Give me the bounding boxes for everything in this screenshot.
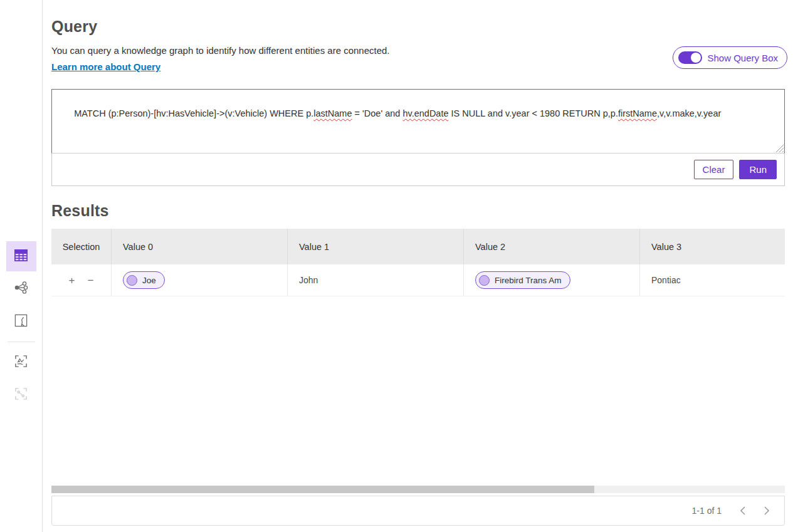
table-body: +−JoeJohnFirebird Trans AmPontiac [51,264,785,296]
next-page-button[interactable] [759,503,774,518]
map-view-button[interactable] [6,306,36,336]
table-icon [14,248,28,265]
chevron-right-icon [764,506,770,515]
entity-icon [479,275,490,286]
query-page: Query You can query a knowledge graph to… [43,0,793,532]
clear-button[interactable]: Clear [694,160,734,179]
new-map-from-result-button[interactable] [6,347,36,377]
table-empty-area [51,296,785,486]
query-text: MATCH (p:Person)-[hv:HasVehicle]->(v:Veh… [74,108,721,118]
query-token: = 'Doe' and [352,108,403,118]
run-button[interactable]: Run [739,160,777,179]
page-title: Query [51,18,787,36]
remove-from-selection-button[interactable]: − [88,275,94,286]
entity-label: Joe [142,276,156,285]
entity-icon [127,275,137,286]
value-cell: Firebird Trans Am [464,264,640,296]
table-row: +−JoeJohnFirebird Trans AmPontiac [51,264,785,296]
query-token: ,v,v.make,v.year [657,108,721,118]
table-header-row: SelectionValue 0Value 1Value 2Value 3 [51,229,785,264]
table-view-button[interactable] [6,241,36,271]
query-token-misspelled: lastName [313,108,352,118]
learn-more-link[interactable]: Learn more about Query [51,61,160,72]
entity-chip[interactable]: Firebird Trans Am [475,271,570,289]
scrollbar-thumb[interactable] [51,486,594,493]
query-token-misspelled: firstName [618,108,657,118]
value-cell: John [288,264,464,296]
column-header: Value 3 [640,229,785,264]
query-token-misspelled: hv.endDate [402,108,448,118]
add-to-selection-button[interactable]: + [69,275,75,286]
view-switcher-rail [0,0,43,532]
toggle-switch-icon[interactable] [678,51,702,64]
column-header: Value 1 [288,229,464,264]
value-cell: Joe [112,264,288,296]
results-table: SelectionValue 0Value 1Value 2Value 3 +−… [51,229,785,526]
pagination-label: 1-1 of 1 [692,506,722,516]
query-panel: MATCH (p:Person)-[hv:HasVehicle]->(v:Veh… [51,89,785,186]
query-token: IS NULL and v.year < 1980 RETURN p,p. [449,108,618,118]
cell-text: John [299,275,318,285]
entity-chip[interactable]: Joe [123,271,165,289]
new-link-chart-icon-disabled [14,387,28,404]
entity-label: Firebird Trans Am [495,276,562,285]
pagination-bar: 1-1 of 1 [51,496,785,526]
new-link-chart-from-result-button[interactable] [6,380,36,410]
resize-handle[interactable] [775,144,784,152]
rail-divider [8,342,35,342]
toggle-label: Show Query Box [707,53,778,63]
link-chart-view-button[interactable] [6,274,36,304]
column-header: Value 2 [464,229,640,264]
query-footer: Clear Run [51,154,785,186]
new-map-icon [14,354,28,371]
show-query-box-toggle[interactable]: Show Query Box [673,46,787,69]
value-cell: Pontiac [640,264,785,296]
query-input[interactable]: MATCH (p:Person)-[hv:HasVehicle]->(v:Veh… [51,89,785,154]
selection-cell: +− [51,264,112,296]
horizontal-scrollbar[interactable] [51,486,785,493]
results-title: Results [51,202,787,220]
map-icon [14,313,28,330]
link-chart-icon [14,280,29,298]
chevron-left-icon [740,506,746,515]
column-header: Selection [51,229,112,264]
column-header: Value 0 [112,229,288,264]
query-token: MATCH (p:Person)-[hv:HasVehicle]->(v:Veh… [74,108,313,118]
cell-text: Pontiac [651,275,681,285]
previous-page-button[interactable] [735,503,750,518]
